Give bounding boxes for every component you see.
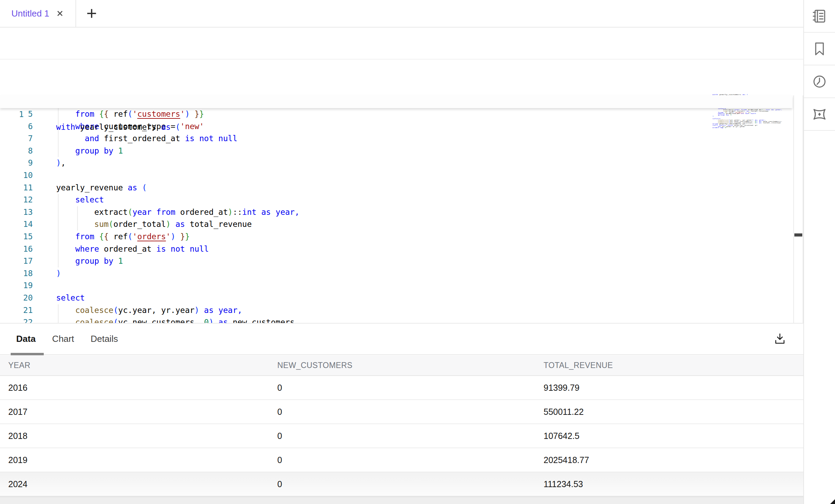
active-tab-underline — [11, 353, 44, 355]
sticky-line-code: with yearly_customers as ( — [56, 121, 180, 134]
code-line[interactable]: 19 — [0, 280, 792, 292]
table-cell: 0 — [277, 479, 544, 489]
tab-title: Untitled 1 — [11, 8, 49, 19]
sticky-line-number: 1 — [19, 108, 24, 121]
toolbar: Develop Run — [0, 28, 803, 60]
code-text: ), — [56, 157, 66, 169]
code-line[interactable]: 14 sum(order_total) as total_revenue — [0, 218, 792, 231]
line-number: 9 — [10, 157, 33, 169]
code-line[interactable]: 18) — [0, 267, 792, 280]
line-number: 19 — [10, 280, 33, 292]
table-row: 2016091399.79 — [0, 376, 803, 400]
code-text: sum(order_total) as total_revenue — [56, 218, 252, 231]
right-sidebar — [803, 0, 835, 504]
table-body: 2016091399.7920170550011.2220180107642.5… — [0, 376, 803, 496]
history-clock-icon — [811, 73, 828, 90]
table-header: YEARNEW_CUSTOMERSTOTAL_REVENUE — [0, 355, 803, 376]
code-text: extract(year from ordered_at)::int as ye… — [56, 206, 299, 219]
ref-link[interactable]: orders — [137, 232, 166, 241]
ref-link[interactable]: customers — [137, 109, 180, 118]
results-tab-details[interactable]: Details — [91, 334, 118, 344]
code-line[interactable]: 16 where ordered_at is not null — [0, 243, 792, 255]
line-number: 10 — [10, 169, 33, 182]
code-line[interactable]: 11yearly_revenue as ( — [0, 182, 792, 194]
column-header: TOTAL_REVENUE — [544, 361, 803, 370]
table-cell: 2018 — [8, 431, 277, 441]
code-line[interactable]: 13 extract(year from ordered_at)::int as… — [0, 206, 792, 219]
line-number: 21 — [10, 304, 33, 317]
close-icon[interactable] — [55, 9, 64, 18]
code-line[interactable]: 17 group by 1 — [0, 255, 792, 267]
line-number: 12 — [10, 194, 33, 206]
results-tab-chart[interactable]: Chart — [52, 334, 74, 344]
column-header: NEW_CUSTOMERS — [277, 361, 544, 370]
new-tab-plus-icon[interactable] — [86, 8, 97, 19]
code-text: where ordered_at is not null — [56, 243, 209, 255]
line-number: 14 — [10, 218, 33, 231]
table-row: 20180107642.5 — [0, 424, 803, 448]
line-number: 15 — [10, 231, 33, 243]
editor-code-area[interactable]: 5 from {{ ref('customers') }}6 where cus… — [0, 108, 792, 329]
code-line[interactable]: 21 coalesce(yc.year, yr.year) as year, — [0, 304, 792, 317]
code-line[interactable]: 9), — [0, 157, 792, 169]
table-row: 201902025418.77 — [0, 448, 803, 472]
line-number: 16 — [10, 243, 33, 255]
results-tab-data[interactable]: Data — [16, 334, 35, 344]
code-text: yearly_revenue as ( — [56, 182, 147, 194]
code-text: coalesce(yc.year, yr.year) as year, — [56, 304, 242, 317]
code-line[interactable]: 8 group by 1 — [0, 145, 792, 157]
table-cell: 0 — [277, 455, 544, 465]
table-row: 20240111234.53 — [0, 472, 803, 496]
results-scrollbar-strip[interactable] — [0, 496, 803, 504]
notebook-icon — [811, 8, 828, 24]
table-row: 20170550011.22 — [0, 400, 803, 424]
code-line[interactable]: 12 select — [0, 194, 792, 206]
main-panel: Untitled 1 Develop — [0, 0, 803, 504]
tab-untitled-1[interactable]: Untitled 1 — [0, 0, 76, 27]
code-line[interactable]: 7 and first_ordered_at is not null — [0, 133, 792, 145]
tab-bar: Untitled 1 — [0, 0, 803, 28]
table-cell: 0 — [277, 431, 544, 441]
sidebar-item-bookmarks[interactable] — [804, 33, 835, 65]
table-cell: 111234.53 — [544, 479, 803, 489]
code-text: ) — [56, 267, 61, 280]
table-cell: 91399.79 — [544, 383, 803, 393]
results-panel: DataChartDetails YEARNEW_CUSTOMERSTOTAL_… — [0, 323, 803, 504]
code-text: select — [56, 292, 85, 304]
column-header: YEAR — [8, 361, 277, 370]
line-number: 20 — [10, 292, 33, 304]
table-cell: 0 — [277, 383, 544, 393]
table-cell: 2024 — [8, 479, 277, 489]
line-number: 11 — [10, 182, 33, 194]
resize-grip[interactable] — [830, 499, 835, 504]
editor-scrollbar-thumb[interactable] — [794, 233, 802, 237]
code-text: from {{ ref('orders') }} — [56, 231, 190, 243]
code-text: group by 1 — [56, 145, 123, 157]
line-number: 8 — [10, 145, 33, 157]
table-cell: 2019 — [8, 455, 277, 465]
table-cell: 550011.22 — [544, 407, 803, 417]
sidebar-item-notebook[interactable] — [804, 0, 835, 33]
code-line[interactable]: 10 — [0, 169, 792, 182]
code-line[interactable]: 5 from {{ ref('customers') }} — [0, 108, 792, 120]
table-cell: 107642.5 — [544, 431, 803, 441]
sql-editor[interactable]: 5 from {{ ref('customers') }}6 where cus… — [0, 60, 803, 323]
sidebar-item-history[interactable] — [804, 65, 835, 98]
line-number: 17 — [10, 255, 33, 267]
line-number: 18 — [10, 267, 33, 280]
download-button[interactable] — [772, 330, 788, 347]
code-text: group by 1 — [56, 255, 123, 267]
table-cell: 2016 — [8, 383, 277, 393]
table-cell: 2025418.77 — [544, 455, 803, 465]
sidebar-item-explore[interactable] — [804, 98, 835, 131]
code-line[interactable]: 20select — [0, 292, 792, 304]
code-line[interactable]: 15 from {{ ref('orders') }} — [0, 231, 792, 243]
sticky-scroll-line[interactable]: 1 with yearly_customers as ( — [0, 95, 792, 108]
tabs-divider — [0, 354, 803, 355]
table-cell: 2017 — [8, 407, 277, 417]
sparkle-x-icon — [811, 106, 828, 123]
sql-ide-app: Untitled 1 Develop — [0, 0, 835, 504]
editor-scrollbar-track[interactable] — [793, 95, 803, 323]
table-cell: 0 — [277, 407, 544, 417]
resize-grip-icon — [830, 499, 835, 504]
